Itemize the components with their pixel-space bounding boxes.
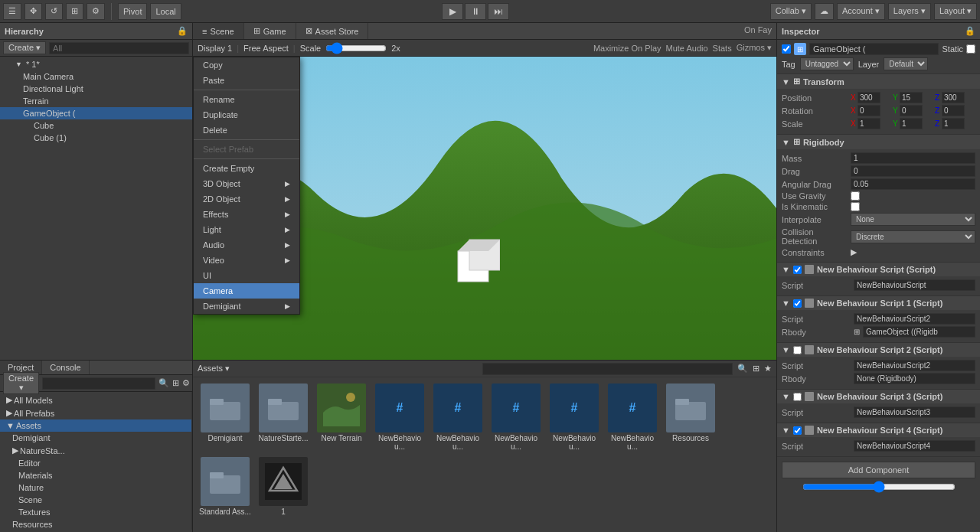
tab-asset-store[interactable]: ⊠ Asset Store xyxy=(296,23,369,39)
ctx-duplicate[interactable]: Duplicate xyxy=(194,107,299,122)
tab-scene[interactable]: ≡ Scene xyxy=(193,23,244,39)
script-0-ref[interactable] xyxy=(854,279,975,291)
script-4-enable[interactable] xyxy=(793,426,802,435)
ctx-copy[interactable]: Copy xyxy=(194,57,299,73)
collab-button[interactable]: Collab ▾ xyxy=(770,3,812,20)
layers-button[interactable]: Layers ▾ xyxy=(888,3,931,20)
project-search-input[interactable] xyxy=(42,377,155,390)
asset-script-2[interactable]: # NewBehaviou... xyxy=(430,382,485,452)
cloud-button[interactable]: ☁ xyxy=(815,3,834,20)
hier-item-gameobject[interactable]: GameObject ( xyxy=(0,107,192,119)
layer-select[interactable]: Default xyxy=(884,57,928,70)
script-1-enable[interactable] xyxy=(793,299,802,308)
tab-game[interactable]: ⊞ Game xyxy=(244,23,296,39)
ctx-effects[interactable]: Effects ▶ xyxy=(194,207,299,222)
ctx-2d-object[interactable]: 2D Object ▶ xyxy=(194,191,299,207)
tree-textures[interactable]: Textures xyxy=(0,506,191,518)
step-button[interactable]: ⏭ xyxy=(488,3,509,20)
tree-demigiant[interactable]: Demigiant xyxy=(0,432,191,444)
ctx-demigiant[interactable]: Demigiant ▶ xyxy=(194,299,299,314)
transform-header[interactable]: ▼ ⊞ Transform xyxy=(777,74,980,89)
scl-x-input[interactable] xyxy=(858,118,880,129)
pause-button[interactable]: ⏸ xyxy=(465,3,486,20)
asset-terrain[interactable]: New Terrain xyxy=(314,382,369,452)
obj-active-checkbox[interactable] xyxy=(782,44,791,54)
scene-view[interactable]: Copy Paste Rename Duplicate Delete Selec… xyxy=(193,57,776,360)
toolbar-icon-2[interactable]: ✥ xyxy=(24,3,42,20)
hier-item-maincamera[interactable]: Main Camera xyxy=(0,70,192,83)
hier-item-root[interactable]: ▼ * 1* xyxy=(0,58,192,70)
script-0-enable[interactable] xyxy=(793,266,802,274)
script-0-header[interactable]: ▼ New Behaviour Script (Script) xyxy=(777,263,980,276)
tree-naturestart[interactable]: ▶ NatureSta... xyxy=(0,444,191,457)
asset-unity[interactable]: 1 xyxy=(256,455,311,517)
tree-materials[interactable]: Materials xyxy=(0,469,191,481)
layout-button[interactable]: Layout ▾ xyxy=(934,3,977,20)
asset-search-input[interactable] xyxy=(482,363,733,375)
tree-resources[interactable]: Resources xyxy=(0,518,191,530)
tree-editor[interactable]: Editor xyxy=(0,457,191,469)
inspector-scrollbar[interactable] xyxy=(802,481,956,493)
ctx-rename[interactable]: Rename xyxy=(194,92,299,107)
asset-demigiant[interactable]: Demigiant xyxy=(198,382,253,452)
usegravity-checkbox[interactable] xyxy=(851,191,860,201)
pivot-button[interactable]: Pivot xyxy=(118,3,147,20)
script-1-header[interactable]: ▼ New Behaviour Script 1 (Script) xyxy=(777,296,980,310)
add-component-button[interactable]: Add Component xyxy=(782,462,975,478)
script-3-header[interactable]: ▼ New Behaviour Script 3 (Script) xyxy=(777,390,980,403)
toolbar-icon-1[interactable]: ☰ xyxy=(3,3,21,20)
tree-assets[interactable]: ▼ Assets xyxy=(0,419,191,432)
interpolate-select[interactable]: None xyxy=(851,213,975,226)
pos-x-input[interactable] xyxy=(858,92,880,103)
mass-input[interactable] xyxy=(851,152,975,164)
collision-select[interactable]: Discrete xyxy=(851,230,975,243)
scl-y-input[interactable] xyxy=(900,118,923,129)
asset-script-5[interactable]: # NewBehaviou... xyxy=(605,382,660,452)
script-2-ref[interactable] xyxy=(854,360,975,371)
hier-item-terrain[interactable]: Terrain xyxy=(0,95,192,107)
ctx-delete[interactable]: Delete xyxy=(194,122,299,138)
ctx-create-empty[interactable]: Create Empty xyxy=(194,161,299,176)
ctx-camera[interactable]: Camera xyxy=(194,283,299,299)
asset-standard[interactable]: Standard Ass... xyxy=(198,455,253,517)
ctx-paste[interactable]: Paste xyxy=(194,73,299,88)
script-2-header[interactable]: ▼ New Behaviour Script 2 (Script) xyxy=(777,343,980,357)
angulardrag-input[interactable] xyxy=(851,178,975,190)
tag-select[interactable]: Untagged xyxy=(800,57,854,70)
account-button[interactable]: Account ▾ xyxy=(837,3,885,20)
tree-scene[interactable]: Scene xyxy=(0,494,191,506)
ctx-video[interactable]: Video ▶ xyxy=(194,253,299,268)
ctx-light[interactable]: Light ▶ xyxy=(194,222,299,237)
obj-name-field[interactable] xyxy=(809,43,939,55)
project-create-button[interactable]: Create ▾ xyxy=(3,372,39,394)
hierarchy-create-button[interactable]: Create ▾ xyxy=(3,41,46,54)
script-2-enable[interactable] xyxy=(793,346,802,354)
hier-item-cube[interactable]: Cube xyxy=(0,119,192,132)
tree-all-prefabs[interactable]: ▶ All Prefabs xyxy=(0,406,191,419)
asset-script-4[interactable]: # NewBehaviou... xyxy=(547,382,602,452)
hierarchy-search-input[interactable] xyxy=(49,42,189,54)
local-button[interactable]: Local xyxy=(150,3,181,20)
play-button[interactable]: ▶ xyxy=(442,3,463,20)
script-4-header[interactable]: ▼ New Behaviour Script 4 (Script) xyxy=(777,423,980,437)
tab-console[interactable]: Console xyxy=(42,361,89,374)
pos-z-input[interactable] xyxy=(942,92,965,103)
toolbar-icon-5[interactable]: ⚙ xyxy=(87,3,105,20)
script-1-rbody-ref[interactable] xyxy=(863,326,975,338)
rot-y-input[interactable] xyxy=(900,105,923,116)
asset-resources[interactable]: Resources xyxy=(663,382,718,452)
asset-naturestarter[interactable]: NatureStarte... xyxy=(256,382,311,452)
ctx-3d-object[interactable]: 3D Object ▶ xyxy=(194,176,299,191)
iskinematic-checkbox[interactable] xyxy=(851,202,860,211)
static-checkbox[interactable] xyxy=(966,44,975,54)
pos-y-input[interactable] xyxy=(900,92,923,103)
toolbar-icon-3[interactable]: ↺ xyxy=(45,3,63,20)
rot-x-input[interactable] xyxy=(858,105,880,116)
hier-item-cube1[interactable]: Cube (1) xyxy=(0,132,192,144)
tree-nature[interactable]: Nature xyxy=(0,481,191,494)
asset-script-1[interactable]: # NewBehaviou... xyxy=(372,382,427,452)
ctx-ui[interactable]: UI xyxy=(194,268,299,283)
scale-slider[interactable] xyxy=(325,42,387,54)
script-3-enable[interactable] xyxy=(793,393,802,401)
script-4-ref[interactable] xyxy=(854,440,975,452)
